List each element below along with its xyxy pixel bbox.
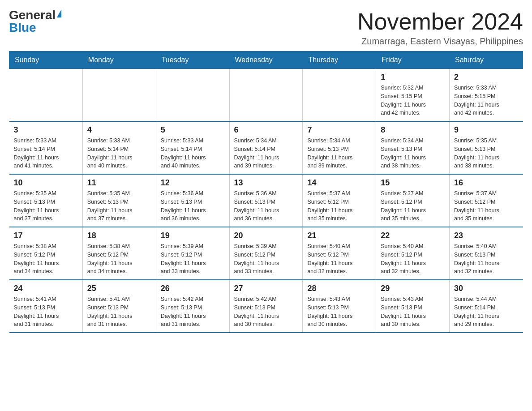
calendar-cell: 3Sunrise: 5:33 AMSunset: 5:14 PMDaylight… xyxy=(9,121,83,174)
header-tuesday: Tuesday xyxy=(156,51,229,69)
calendar-table: SundayMondayTuesdayWednesdayThursdayFrid… xyxy=(9,51,523,333)
calendar-cell: 15Sunrise: 5:37 AMSunset: 5:12 PMDayligh… xyxy=(376,174,450,227)
day-info: Sunrise: 5:43 AMSunset: 5:13 PMDaylight:… xyxy=(381,295,445,329)
header-saturday: Saturday xyxy=(450,51,523,69)
calendar-cell: 4Sunrise: 5:33 AMSunset: 5:14 PMDaylight… xyxy=(82,121,156,174)
day-number: 20 xyxy=(234,231,298,240)
day-info: Sunrise: 5:34 AMSunset: 5:14 PMDaylight:… xyxy=(234,137,298,170)
day-number: 9 xyxy=(454,125,518,135)
day-info: Sunrise: 5:36 AMSunset: 5:13 PMDaylight:… xyxy=(161,189,225,223)
calendar-cell: 25Sunrise: 5:41 AMSunset: 5:13 PMDayligh… xyxy=(82,280,156,333)
day-info: Sunrise: 5:35 AMSunset: 5:13 PMDaylight:… xyxy=(14,189,78,223)
calendar-cell xyxy=(9,69,83,122)
header-thursday: Thursday xyxy=(303,51,376,69)
day-info: Sunrise: 5:40 AMSunset: 5:13 PMDaylight:… xyxy=(454,242,518,276)
day-info: Sunrise: 5:33 AMSunset: 5:15 PMDaylight:… xyxy=(454,84,518,117)
day-info: Sunrise: 5:33 AMSunset: 5:14 PMDaylight:… xyxy=(14,137,78,170)
day-number: 5 xyxy=(161,125,225,135)
day-info: Sunrise: 5:39 AMSunset: 5:12 PMDaylight:… xyxy=(161,242,225,276)
calendar-cell: 27Sunrise: 5:42 AMSunset: 5:13 PMDayligh… xyxy=(229,280,303,333)
day-info: Sunrise: 5:32 AMSunset: 5:15 PMDaylight:… xyxy=(381,84,445,117)
day-info: Sunrise: 5:34 AMSunset: 5:13 PMDaylight:… xyxy=(307,137,371,170)
calendar-cell: 20Sunrise: 5:39 AMSunset: 5:12 PMDayligh… xyxy=(229,227,303,280)
calendar-cell: 18Sunrise: 5:38 AMSunset: 5:12 PMDayligh… xyxy=(82,227,156,280)
logo-blue: Blue xyxy=(9,21,36,34)
day-number: 21 xyxy=(307,231,371,240)
calendar-cell xyxy=(82,69,156,122)
day-info: Sunrise: 5:35 AMSunset: 5:13 PMDaylight:… xyxy=(87,189,151,223)
day-info: Sunrise: 5:33 AMSunset: 5:14 PMDaylight:… xyxy=(161,137,225,170)
day-number: 15 xyxy=(381,178,445,188)
logo-triangle-icon xyxy=(57,9,61,17)
calendar-cell: 1Sunrise: 5:32 AMSunset: 5:15 PMDaylight… xyxy=(376,69,450,122)
day-info: Sunrise: 5:38 AMSunset: 5:12 PMDaylight:… xyxy=(87,242,151,276)
calendar-cell: 26Sunrise: 5:42 AMSunset: 5:13 PMDayligh… xyxy=(156,280,229,333)
day-info: Sunrise: 5:40 AMSunset: 5:12 PMDaylight:… xyxy=(381,242,445,276)
location-title: Zumarraga, Eastern Visayas, Philippines xyxy=(357,36,523,47)
month-title: November 2024 xyxy=(357,9,523,34)
day-info: Sunrise: 5:40 AMSunset: 5:12 PMDaylight:… xyxy=(307,242,371,276)
header-monday: Monday xyxy=(82,51,156,69)
day-number: 19 xyxy=(161,231,225,240)
week-row-3: 10Sunrise: 5:35 AMSunset: 5:13 PMDayligh… xyxy=(9,174,523,227)
day-number: 16 xyxy=(454,178,518,188)
day-info: Sunrise: 5:36 AMSunset: 5:13 PMDaylight:… xyxy=(234,189,298,223)
day-number: 12 xyxy=(161,178,225,188)
day-info: Sunrise: 5:37 AMSunset: 5:12 PMDaylight:… xyxy=(307,189,371,223)
day-number: 11 xyxy=(87,178,151,188)
day-number: 28 xyxy=(307,284,371,293)
day-number: 13 xyxy=(234,178,298,188)
day-number: 27 xyxy=(234,284,298,293)
calendar-cell: 16Sunrise: 5:37 AMSunset: 5:12 PMDayligh… xyxy=(450,174,523,227)
calendar-cell: 24Sunrise: 5:41 AMSunset: 5:13 PMDayligh… xyxy=(9,280,83,333)
page-header: General Blue November 2024 Zumarraga, Ea… xyxy=(9,9,523,47)
calendar-cell xyxy=(229,69,303,122)
day-number: 18 xyxy=(87,231,151,240)
day-number: 29 xyxy=(381,284,445,293)
calendar-cell: 7Sunrise: 5:34 AMSunset: 5:13 PMDaylight… xyxy=(303,121,376,174)
calendar-cell: 14Sunrise: 5:37 AMSunset: 5:12 PMDayligh… xyxy=(303,174,376,227)
day-number: 17 xyxy=(14,231,78,240)
calendar-cell: 6Sunrise: 5:34 AMSunset: 5:14 PMDaylight… xyxy=(229,121,303,174)
week-row-5: 24Sunrise: 5:41 AMSunset: 5:13 PMDayligh… xyxy=(9,280,523,333)
week-row-1: 1Sunrise: 5:32 AMSunset: 5:15 PMDaylight… xyxy=(9,69,523,122)
calendar-cell: 13Sunrise: 5:36 AMSunset: 5:13 PMDayligh… xyxy=(229,174,303,227)
calendar-cell: 11Sunrise: 5:35 AMSunset: 5:13 PMDayligh… xyxy=(82,174,156,227)
logo: General Blue xyxy=(9,9,61,34)
calendar-cell: 22Sunrise: 5:40 AMSunset: 5:12 PMDayligh… xyxy=(376,227,450,280)
calendar-cell: 2Sunrise: 5:33 AMSunset: 5:15 PMDaylight… xyxy=(450,69,523,122)
calendar-cell: 12Sunrise: 5:36 AMSunset: 5:13 PMDayligh… xyxy=(156,174,229,227)
day-info: Sunrise: 5:44 AMSunset: 5:14 PMDaylight:… xyxy=(454,295,518,329)
calendar-cell: 9Sunrise: 5:35 AMSunset: 5:13 PMDaylight… xyxy=(450,121,523,174)
calendar-cell: 8Sunrise: 5:34 AMSunset: 5:13 PMDaylight… xyxy=(376,121,450,174)
day-number: 30 xyxy=(454,284,518,293)
week-row-2: 3Sunrise: 5:33 AMSunset: 5:14 PMDaylight… xyxy=(9,121,523,174)
title-area: November 2024 Zumarraga, Eastern Visayas… xyxy=(357,9,523,47)
calendar-cell: 29Sunrise: 5:43 AMSunset: 5:13 PMDayligh… xyxy=(376,280,450,333)
day-number: 6 xyxy=(234,125,298,135)
day-number: 14 xyxy=(307,178,371,188)
day-number: 3 xyxy=(14,125,78,135)
day-number: 2 xyxy=(454,73,518,82)
day-info: Sunrise: 5:39 AMSunset: 5:12 PMDaylight:… xyxy=(234,242,298,276)
calendar-cell: 10Sunrise: 5:35 AMSunset: 5:13 PMDayligh… xyxy=(9,174,83,227)
day-number: 10 xyxy=(14,178,78,188)
calendar-cell: 21Sunrise: 5:40 AMSunset: 5:12 PMDayligh… xyxy=(303,227,376,280)
day-number: 22 xyxy=(381,231,445,240)
day-info: Sunrise: 5:37 AMSunset: 5:12 PMDaylight:… xyxy=(454,189,518,223)
day-info: Sunrise: 5:42 AMSunset: 5:13 PMDaylight:… xyxy=(234,295,298,329)
day-info: Sunrise: 5:35 AMSunset: 5:13 PMDaylight:… xyxy=(454,137,518,170)
logo-general: General xyxy=(9,9,56,21)
day-info: Sunrise: 5:33 AMSunset: 5:14 PMDaylight:… xyxy=(87,137,151,170)
header-friday: Friday xyxy=(376,51,450,69)
day-info: Sunrise: 5:41 AMSunset: 5:13 PMDaylight:… xyxy=(87,295,151,329)
day-info: Sunrise: 5:37 AMSunset: 5:12 PMDaylight:… xyxy=(381,189,445,223)
day-info: Sunrise: 5:43 AMSunset: 5:13 PMDaylight:… xyxy=(307,295,371,329)
calendar-cell xyxy=(156,69,229,122)
day-number: 26 xyxy=(161,284,225,293)
day-info: Sunrise: 5:42 AMSunset: 5:13 PMDaylight:… xyxy=(161,295,225,329)
calendar-cell: 23Sunrise: 5:40 AMSunset: 5:13 PMDayligh… xyxy=(450,227,523,280)
calendar-cell: 17Sunrise: 5:38 AMSunset: 5:12 PMDayligh… xyxy=(9,227,83,280)
day-info: Sunrise: 5:34 AMSunset: 5:13 PMDaylight:… xyxy=(381,137,445,170)
calendar-cell: 19Sunrise: 5:39 AMSunset: 5:12 PMDayligh… xyxy=(156,227,229,280)
